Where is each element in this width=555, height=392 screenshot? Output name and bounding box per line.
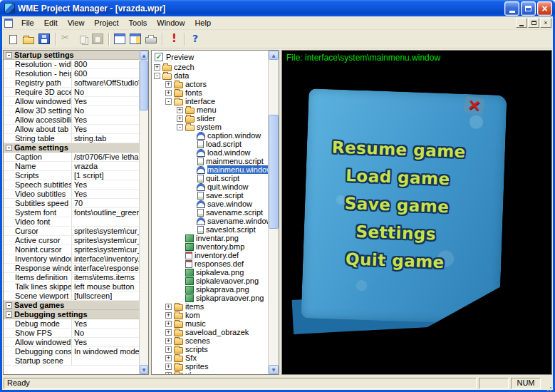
view-properties-button[interactable] (128, 31, 143, 47)
run-game-button[interactable] (165, 31, 181, 47)
tree-item[interactable]: +sprites (152, 362, 268, 371)
expander-icon[interactable]: + (165, 329, 172, 336)
property-value[interactable]: [1 script] (72, 171, 139, 180)
property-value[interactable]: Yes (72, 115, 139, 124)
scroll-up-button[interactable]: ▲ (140, 51, 148, 60)
property-value[interactable]: No (72, 88, 139, 96)
menu-edit[interactable]: Edit (39, 17, 63, 29)
menu-view[interactable]: View (63, 17, 90, 29)
property-value[interactable]: Yes (72, 190, 139, 198)
collapse-icon[interactable]: - (6, 52, 12, 58)
tree-item[interactable]: load.window (152, 148, 268, 157)
view-project-tree-button[interactable] (112, 31, 128, 47)
property-section-header[interactable]: -Saved games (4, 301, 139, 310)
tree-item[interactable]: mainmenu.script (152, 157, 268, 165)
tree-item[interactable]: sipkaleva.png (152, 268, 268, 277)
expander-icon[interactable]: - (165, 98, 172, 105)
tree-item[interactable]: sipkaprava.png (152, 285, 268, 294)
menu-file[interactable]: File (16, 17, 39, 29)
expander-icon[interactable]: + (154, 64, 160, 71)
property-value[interactable]: software\OffStudio\Sld (72, 78, 139, 87)
tree-item[interactable]: -data (152, 71, 268, 80)
expander-icon[interactable]: + (165, 312, 172, 319)
property-value[interactable]: Yes (72, 125, 139, 133)
tree-item[interactable]: +czech (152, 63, 268, 71)
tree-item[interactable]: +ui (152, 371, 268, 374)
property-value[interactable]: sprites\system\cur_arrow. (72, 236, 139, 244)
property-value[interactable]: Yes (72, 97, 139, 105)
scrollbar-thumb[interactable] (269, 115, 279, 229)
menu-help[interactable]: Help (190, 17, 216, 29)
collapse-icon[interactable]: - (6, 311, 12, 318)
tree-item[interactable]: savename.window (152, 217, 268, 225)
tree-item[interactable]: sipkapravaover.png (152, 294, 268, 302)
property-section-header[interactable]: -Startup settings (4, 51, 139, 60)
property-section-header[interactable]: -Game settings (4, 143, 139, 153)
tree-item[interactable]: saveslot.script (152, 225, 268, 234)
menu-project[interactable]: Project (89, 17, 123, 29)
property-value[interactable]: 600 (72, 69, 139, 78)
tree-item[interactable]: +slider (152, 114, 268, 123)
menu-window[interactable]: Window (152, 17, 190, 29)
tree-item[interactable]: inventory.def (152, 251, 268, 259)
scroll-up-button[interactable]: ▲ (269, 51, 279, 60)
title-bar[interactable]: WME Project Manager - [vrazda.wpr] × (0, 0, 555, 16)
expander-icon[interactable]: - (154, 73, 160, 79)
tree-item[interactable]: +scenes (152, 336, 268, 345)
property-value[interactable]: Yes (72, 319, 139, 328)
tree-item[interactable]: responses.def (152, 259, 268, 268)
tree-item[interactable]: +music (152, 319, 268, 328)
tree-item[interactable]: +Sfx (152, 354, 268, 362)
help-button[interactable] (187, 31, 203, 47)
property-value[interactable]: interface\responses.def (72, 264, 139, 272)
property-value[interactable]: items\items.items (72, 273, 139, 282)
property-value[interactable]: 70 (72, 199, 139, 207)
expander-icon[interactable]: + (165, 304, 172, 310)
expander-icon[interactable]: + (177, 115, 183, 122)
tree-item[interactable]: +kom (152, 311, 268, 319)
scroll-down-button[interactable]: ▼ (269, 365, 279, 374)
tree-item[interactable]: +scripts (152, 345, 268, 354)
property-value[interactable]: [fullscreen] (72, 292, 139, 300)
property-value[interactable]: fonts\outline_green.font (72, 208, 139, 217)
tree-item[interactable]: +fonts (152, 88, 268, 97)
tree-item[interactable]: sipkalevaover.png (152, 277, 268, 285)
maximize-button[interactable] (521, 1, 536, 16)
tree-item[interactable]: +actors (152, 80, 268, 88)
property-value[interactable]: Yes (72, 180, 139, 189)
tree-item[interactable]: +saveload_obrazek (152, 328, 268, 336)
tree-item[interactable]: save.window (152, 200, 268, 208)
collapse-icon[interactable]: - (6, 302, 12, 309)
property-value[interactable]: sprites\system\cur_arrow. (72, 227, 139, 235)
expander-icon[interactable]: + (177, 107, 183, 113)
property-value[interactable]: Yes (72, 338, 139, 346)
resize-grip[interactable] (543, 378, 552, 389)
expander-icon[interactable]: + (165, 372, 172, 375)
tree-item[interactable]: +items (152, 302, 268, 311)
tree-item[interactable]: -interface (152, 97, 268, 105)
mdi-document-icon[interactable] (4, 19, 13, 28)
tree-item[interactable]: quit.script (152, 174, 268, 182)
mdi-close-button[interactable]: × (540, 18, 551, 28)
expander-icon[interactable]: + (165, 338, 172, 344)
property-value[interactable]: In windowed mode (72, 347, 139, 356)
property-value[interactable]: No (72, 106, 139, 115)
tree-scrollbar[interactable]: ▲ ▼ (268, 51, 279, 374)
property-value[interactable] (72, 217, 139, 226)
preview-checkbox[interactable]: ✓ (155, 53, 163, 61)
scrollbar-thumb[interactable] (140, 61, 148, 110)
tree-item[interactable]: -system (152, 123, 268, 131)
property-value[interactable]: sprites\system\cur_wait.sp (72, 245, 139, 254)
menu-tools[interactable]: Tools (124, 17, 152, 29)
minimize-button[interactable] (504, 1, 519, 16)
expander-icon[interactable]: + (165, 355, 172, 361)
expander-icon[interactable]: + (165, 81, 172, 88)
tree-item[interactable]: +menu (152, 105, 268, 114)
properties-scrollbar[interactable]: ▲ ▼ (139, 51, 148, 374)
expander-icon[interactable]: + (165, 90, 172, 96)
tree-item[interactable]: load.script (152, 140, 268, 148)
property-section-header[interactable]: -Debugging settings (4, 310, 139, 319)
property-value[interactable]: string.tab (72, 134, 139, 143)
new-file-button[interactable] (5, 31, 21, 47)
close-button[interactable]: × (537, 1, 552, 16)
